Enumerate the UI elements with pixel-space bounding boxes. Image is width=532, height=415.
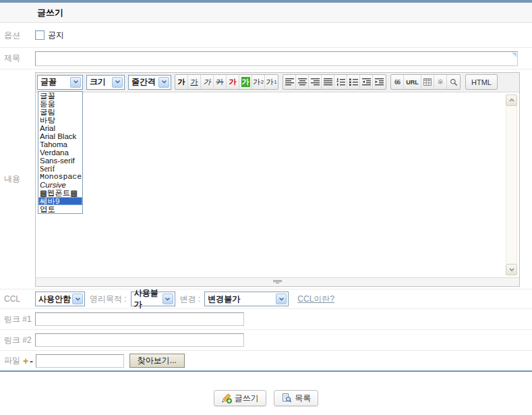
option-label: 옵션 xyxy=(0,30,35,41)
font-color-button[interactable]: 가 xyxy=(227,75,239,89)
font-option[interactable]: 바탕 xyxy=(38,116,82,124)
page-title: 글쓰기 xyxy=(37,7,63,19)
link2-input[interactable] xyxy=(35,333,244,347)
ccl-modify-value: 변경불가 xyxy=(208,294,240,305)
line-spacing-select[interactable]: 줄간격 xyxy=(128,75,171,90)
link1-label: 링크 #1 xyxy=(0,314,35,325)
scroll-up-button[interactable] xyxy=(506,94,517,106)
scroll-down-button[interactable] xyxy=(506,264,517,275)
align-right-button[interactable] xyxy=(309,75,322,89)
chevron-down-icon xyxy=(276,294,287,304)
chevron-down-icon xyxy=(158,77,169,88)
font-option[interactable]: 돋움 xyxy=(38,100,82,108)
text-style-group: 가 가 가 가 가 가 가2 가1 xyxy=(175,74,278,90)
html-button[interactable]: HTML xyxy=(465,74,498,90)
editor-toolbar: 글꼴 크기 줄간격 가 가 가 가 가 가 가2 가1 xyxy=(36,73,519,92)
ccl-commercial-value: 사용불가 xyxy=(134,287,161,310)
chevron-down-icon xyxy=(72,294,83,304)
search-button[interactable] xyxy=(447,75,460,89)
ccl-label: CCL xyxy=(0,294,35,304)
superscript-mark: 2 xyxy=(261,80,264,84)
input-corner-marker xyxy=(512,53,516,57)
editor-resize-handle[interactable] xyxy=(36,277,519,286)
blockquote-button[interactable]: 66 xyxy=(391,75,404,89)
ccl-commercial-select[interactable]: 사용불가 xyxy=(131,292,175,306)
special-char-button[interactable]: ※ xyxy=(434,75,447,89)
size-select-value: 크기 xyxy=(90,76,106,88)
font-option[interactable]: Verdana xyxy=(38,148,82,157)
font-option-selected[interactable]: 쎄바9 xyxy=(38,197,82,205)
editor-scrollbar xyxy=(506,94,517,275)
highlight-color-button[interactable]: 가 xyxy=(239,75,252,89)
ccl-row: CCL 사용안함 영리목적 : 사용불가 변경 : 변경불가 CCL이란? xyxy=(0,289,532,309)
ccl-usage-select[interactable]: 사용안함 xyxy=(35,292,85,306)
content-label: 내용 xyxy=(0,173,35,185)
list-search-icon xyxy=(281,393,292,404)
ccl-commercial-label: 영리목적 : xyxy=(90,294,127,305)
browse-button[interactable]: 찾아보기... xyxy=(129,354,185,368)
font-option[interactable]: Serif xyxy=(38,165,82,173)
title-input-wrap xyxy=(35,51,518,66)
ordered-list-button[interactable] xyxy=(334,75,347,89)
link1-row: 링크 #1 xyxy=(0,309,532,330)
align-left-button[interactable] xyxy=(283,75,296,89)
chevron-down-icon xyxy=(162,294,173,304)
highlight-glyph: 가 xyxy=(241,77,250,87)
superscript-button[interactable]: 가2 xyxy=(252,75,265,89)
write-button[interactable]: 글쓰기 xyxy=(214,390,266,406)
ccl-modify-select[interactable]: 변경불가 xyxy=(204,292,289,306)
content-row: 내용 글꼴 크기 줄간격 가 가 가 가 가 가 가2 xyxy=(0,70,532,289)
font-option[interactable]: 엽토 xyxy=(38,205,82,213)
write-button-label: 글쓰기 xyxy=(235,393,259,404)
title-row: 제목 xyxy=(0,48,532,70)
align-center-button[interactable] xyxy=(296,75,309,89)
link2-label: 링크 #2 xyxy=(0,335,35,346)
title-input[interactable] xyxy=(35,51,518,66)
file-add-button[interactable]: + xyxy=(23,356,28,366)
insert-group: 66 URL ※ xyxy=(390,74,461,90)
table-button[interactable] xyxy=(421,75,434,89)
indent-button[interactable] xyxy=(373,75,386,89)
size-select[interactable]: 크기 xyxy=(86,75,125,90)
file-row: 파일 + - 찾아보기... xyxy=(0,351,532,372)
font-option[interactable]: Cursive xyxy=(38,181,82,189)
justify-button[interactable] xyxy=(322,75,334,89)
rich-text-editor: 글꼴 크기 줄간격 가 가 가 가 가 가 가2 가1 xyxy=(35,72,520,287)
notice-checkbox[interactable] xyxy=(35,30,45,40)
pencil-icon xyxy=(221,393,232,404)
link2-row: 링크 #2 xyxy=(0,330,532,351)
notice-label: 공지 xyxy=(48,30,64,41)
font-option[interactable]: 글꼴 xyxy=(38,92,82,100)
font-option[interactable]: 굴림 xyxy=(38,108,82,116)
title-label: 제목 xyxy=(0,53,35,64)
font-option[interactable]: Tahoma xyxy=(38,140,82,148)
outdent-button[interactable] xyxy=(360,75,373,89)
scrollbar-track[interactable] xyxy=(506,106,517,264)
font-option[interactable]: Arial xyxy=(38,124,82,132)
footer-actions: 글쓰기 목록 xyxy=(0,390,532,406)
link1-input[interactable] xyxy=(35,312,244,326)
unordered-list-button[interactable] xyxy=(347,75,360,89)
page-header: 글쓰기 xyxy=(0,3,532,23)
font-select-value: 글꼴 xyxy=(40,76,57,88)
line-spacing-select-value: 줄간격 xyxy=(131,76,156,88)
option-row: 옵션 공지 xyxy=(0,23,532,48)
editor-content-area[interactable] xyxy=(36,92,519,277)
resize-grip-icon xyxy=(273,280,282,284)
strikethrough-button[interactable]: 가 xyxy=(214,75,227,89)
ccl-help-link[interactable]: CCL이란? xyxy=(297,294,334,305)
italic-button[interactable]: 가 xyxy=(201,75,214,89)
file-remove-button[interactable]: - xyxy=(30,356,33,366)
font-option[interactable]: Sans-serif xyxy=(38,157,82,165)
url-button[interactable]: URL xyxy=(404,75,421,89)
file-input[interactable] xyxy=(36,354,124,368)
font-option[interactable]: Monospace xyxy=(38,173,82,181)
font-select[interactable]: 글꼴 xyxy=(37,75,83,90)
font-option[interactable]: ▩웹폰트▩ xyxy=(38,189,82,197)
underline-button[interactable]: 가 xyxy=(188,75,201,89)
list-button[interactable]: 목록 xyxy=(274,390,318,406)
font-option[interactable]: Arial Black xyxy=(38,132,82,140)
ccl-modify-label: 변경 : xyxy=(180,294,201,305)
subscript-button[interactable]: 가1 xyxy=(265,75,278,89)
bold-button[interactable]: 가 xyxy=(175,75,188,89)
